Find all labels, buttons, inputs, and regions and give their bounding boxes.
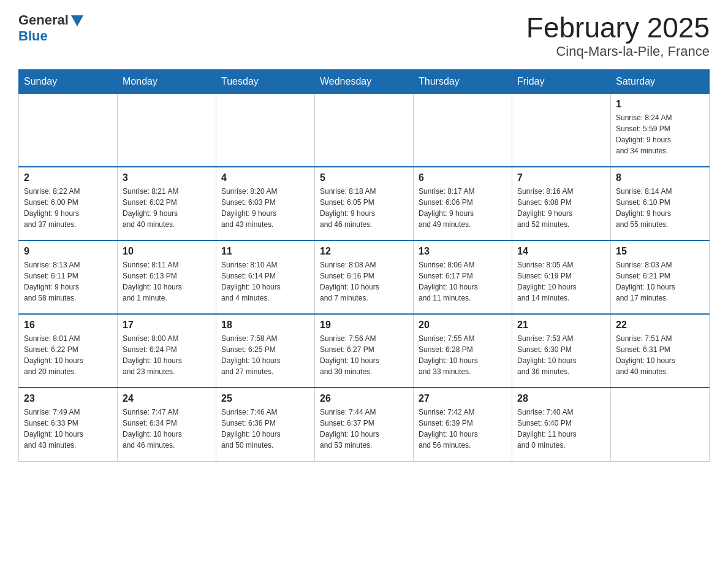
day-sun-info: Sunrise: 8:01 AMSunset: 6:22 PMDaylight:… — [24, 333, 112, 377]
day-number: 22 — [616, 320, 704, 331]
day-header-thursday: Thursday — [414, 69, 512, 93]
logo-general-label: General — [18, 12, 69, 28]
calendar-day-cell — [611, 388, 710, 461]
title-block: February 2025 Cinq-Mars-la-Pile, France — [526, 12, 710, 59]
day-sun-info: Sunrise: 8:06 AMSunset: 6:17 PMDaylight:… — [419, 259, 507, 304]
day-number: 18 — [221, 320, 309, 331]
day-number: 16 — [24, 320, 112, 331]
day-number: 27 — [419, 393, 507, 404]
day-sun-info: Sunrise: 8:11 AMSunset: 6:13 PMDaylight:… — [123, 259, 211, 304]
day-number: 28 — [517, 393, 605, 404]
calendar-day-cell: 23Sunrise: 7:49 AMSunset: 6:33 PMDayligh… — [19, 388, 118, 461]
day-sun-info: Sunrise: 7:44 AMSunset: 6:37 PMDaylight:… — [320, 407, 408, 451]
day-sun-info: Sunrise: 8:05 AMSunset: 6:19 PMDaylight:… — [517, 259, 605, 304]
calendar-day-cell: 11Sunrise: 8:10 AMSunset: 6:14 PMDayligh… — [216, 240, 315, 314]
day-sun-info: Sunrise: 7:51 AMSunset: 6:31 PMDaylight:… — [616, 333, 704, 377]
day-number: 8 — [616, 172, 704, 183]
day-sun-info: Sunrise: 7:42 AMSunset: 6:39 PMDaylight:… — [419, 407, 507, 451]
day-header-wednesday: Wednesday — [315, 69, 414, 93]
calendar-day-cell: 4Sunrise: 8:20 AMSunset: 6:03 PMDaylight… — [216, 167, 315, 240]
day-number: 19 — [320, 320, 408, 331]
calendar-day-cell: 2Sunrise: 8:22 AMSunset: 6:00 PMDaylight… — [19, 167, 118, 240]
day-header-row: SundayMondayTuesdayWednesdayThursdayFrid… — [19, 69, 710, 93]
day-sun-info: Sunrise: 8:03 AMSunset: 6:21 PMDaylight:… — [616, 259, 704, 304]
calendar-day-cell: 27Sunrise: 7:42 AMSunset: 6:39 PMDayligh… — [414, 388, 512, 461]
calendar-day-cell: 22Sunrise: 7:51 AMSunset: 6:31 PMDayligh… — [611, 314, 710, 388]
calendar-day-cell: 8Sunrise: 8:14 AMSunset: 6:10 PMDaylight… — [611, 167, 710, 240]
calendar-day-cell — [216, 93, 315, 167]
calendar-day-cell: 14Sunrise: 8:05 AMSunset: 6:19 PMDayligh… — [512, 240, 611, 314]
logo: General Blue — [18, 12, 83, 44]
day-number: 1 — [616, 99, 704, 110]
day-sun-info: Sunrise: 8:16 AMSunset: 6:08 PMDaylight:… — [517, 186, 605, 230]
day-number: 23 — [24, 393, 112, 404]
day-sun-info: Sunrise: 8:00 AMSunset: 6:24 PMDaylight:… — [123, 333, 211, 377]
day-sun-info: Sunrise: 8:08 AMSunset: 6:16 PMDaylight:… — [320, 259, 408, 304]
calendar-day-cell — [19, 93, 118, 167]
calendar-day-cell: 19Sunrise: 7:56 AMSunset: 6:27 PMDayligh… — [315, 314, 414, 388]
calendar-day-cell — [315, 93, 414, 167]
calendar-day-cell: 28Sunrise: 7:40 AMSunset: 6:40 PMDayligh… — [512, 388, 611, 461]
calendar-week-row: 23Sunrise: 7:49 AMSunset: 6:33 PMDayligh… — [19, 388, 710, 461]
day-sun-info: Sunrise: 7:47 AMSunset: 6:34 PMDaylight:… — [123, 407, 211, 451]
day-sun-info: Sunrise: 7:49 AMSunset: 6:33 PMDaylight:… — [24, 407, 112, 451]
calendar-day-cell: 20Sunrise: 7:55 AMSunset: 6:28 PMDayligh… — [414, 314, 512, 388]
day-sun-info: Sunrise: 8:14 AMSunset: 6:10 PMDaylight:… — [616, 186, 704, 230]
calendar-day-cell — [414, 93, 512, 167]
calendar-day-cell: 6Sunrise: 8:17 AMSunset: 6:06 PMDaylight… — [414, 167, 512, 240]
logo-general-text: General — [18, 12, 83, 28]
day-number: 20 — [419, 320, 507, 331]
calendar-day-cell: 7Sunrise: 8:16 AMSunset: 6:08 PMDaylight… — [512, 167, 611, 240]
page-subtitle: Cinq-Mars-la-Pile, France — [526, 44, 710, 59]
day-sun-info: Sunrise: 8:20 AMSunset: 6:03 PMDaylight:… — [221, 186, 309, 230]
calendar-day-cell: 1Sunrise: 8:24 AMSunset: 5:59 PMDaylight… — [611, 93, 710, 167]
calendar-day-cell: 13Sunrise: 8:06 AMSunset: 6:17 PMDayligh… — [414, 240, 512, 314]
day-number: 14 — [517, 246, 605, 257]
logo-blue-text: Blue — [18, 28, 48, 44]
day-header-sunday: Sunday — [19, 69, 118, 93]
calendar-week-row: 2Sunrise: 8:22 AMSunset: 6:00 PMDaylight… — [19, 167, 710, 240]
calendar-day-cell: 21Sunrise: 7:53 AMSunset: 6:30 PMDayligh… — [512, 314, 611, 388]
day-sun-info: Sunrise: 8:17 AMSunset: 6:06 PMDaylight:… — [419, 186, 507, 230]
day-header-tuesday: Tuesday — [216, 69, 315, 93]
calendar-body: 1Sunrise: 8:24 AMSunset: 5:59 PMDaylight… — [19, 93, 710, 461]
day-header-monday: Monday — [118, 69, 216, 93]
calendar-day-cell: 24Sunrise: 7:47 AMSunset: 6:34 PMDayligh… — [118, 388, 216, 461]
calendar-day-cell: 12Sunrise: 8:08 AMSunset: 6:16 PMDayligh… — [315, 240, 414, 314]
day-number: 2 — [24, 172, 112, 183]
day-number: 15 — [616, 246, 704, 257]
calendar-week-row: 1Sunrise: 8:24 AMSunset: 5:59 PMDaylight… — [19, 93, 710, 167]
page-title: February 2025 — [526, 12, 710, 44]
day-sun-info: Sunrise: 8:24 AMSunset: 5:59 PMDaylight:… — [616, 112, 704, 156]
calendar-day-cell — [512, 93, 611, 167]
day-number: 10 — [123, 246, 211, 257]
calendar-day-cell: 5Sunrise: 8:18 AMSunset: 6:05 PMDaylight… — [315, 167, 414, 240]
day-number: 5 — [320, 172, 408, 183]
day-number: 13 — [419, 246, 507, 257]
calendar-day-cell: 15Sunrise: 8:03 AMSunset: 6:21 PMDayligh… — [611, 240, 710, 314]
day-number: 12 — [320, 246, 408, 257]
day-number: 26 — [320, 393, 408, 404]
calendar-day-cell — [118, 93, 216, 167]
calendar-day-cell: 26Sunrise: 7:44 AMSunset: 6:37 PMDayligh… — [315, 388, 414, 461]
day-number: 24 — [123, 393, 211, 404]
day-header-friday: Friday — [512, 69, 611, 93]
day-number: 3 — [123, 172, 211, 183]
calendar-day-cell: 16Sunrise: 8:01 AMSunset: 6:22 PMDayligh… — [19, 314, 118, 388]
day-sun-info: Sunrise: 7:53 AMSunset: 6:30 PMDaylight:… — [517, 333, 605, 377]
day-sun-info: Sunrise: 7:56 AMSunset: 6:27 PMDaylight:… — [320, 333, 408, 377]
day-sun-info: Sunrise: 8:18 AMSunset: 6:05 PMDaylight:… — [320, 186, 408, 230]
day-number: 6 — [419, 172, 507, 183]
day-number: 7 — [517, 172, 605, 183]
day-number: 17 — [123, 320, 211, 331]
day-sun-info: Sunrise: 7:40 AMSunset: 6:40 PMDaylight:… — [517, 407, 605, 451]
day-number: 11 — [221, 246, 309, 257]
page-header: General Blue February 2025 Cinq-Mars-la-… — [18, 12, 710, 59]
calendar-day-cell: 18Sunrise: 7:58 AMSunset: 6:25 PMDayligh… — [216, 314, 315, 388]
day-sun-info: Sunrise: 7:58 AMSunset: 6:25 PMDaylight:… — [221, 333, 309, 377]
day-header-saturday: Saturday — [611, 69, 710, 93]
logo-triangle-icon — [71, 15, 83, 26]
calendar-day-cell: 9Sunrise: 8:13 AMSunset: 6:11 PMDaylight… — [19, 240, 118, 314]
calendar-week-row: 9Sunrise: 8:13 AMSunset: 6:11 PMDaylight… — [19, 240, 710, 314]
day-sun-info: Sunrise: 7:55 AMSunset: 6:28 PMDaylight:… — [419, 333, 507, 377]
